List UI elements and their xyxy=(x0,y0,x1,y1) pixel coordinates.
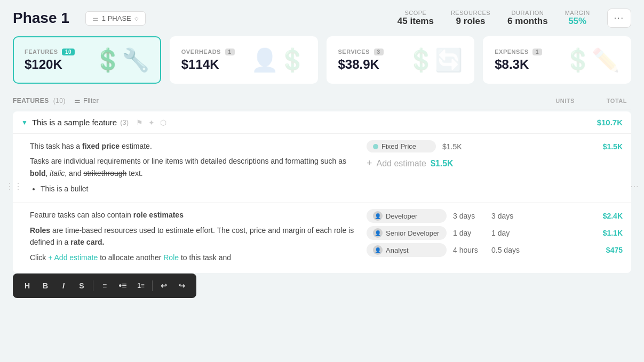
estimate-value-1: $1.5K xyxy=(442,142,469,151)
role-link[interactable]: Role xyxy=(163,253,179,262)
margin-label: MARGIN xyxy=(565,10,590,16)
estimate-total-1: $1.5K xyxy=(591,142,623,151)
developer-avatar: 👤 xyxy=(373,211,383,221)
features-section: FEATURES (10) ⚌ Filter UNITS TOTAL ▼ Thi… xyxy=(0,92,644,273)
role-badge-analyst: 👤 Analyst xyxy=(367,243,447,257)
stats-area: SCOPE 45 items RESOURCES 9 roles DURATIO… xyxy=(397,9,631,28)
features-icon: 💲🔧 xyxy=(94,47,149,73)
card-overheads[interactable]: OVERHEADS 1 $114K 👤💲 xyxy=(170,36,318,84)
more-button[interactable]: ··· xyxy=(607,9,631,28)
card-features-count: 10 xyxy=(62,49,75,55)
card-services[interactable]: SERVICES 3 $38.9K 💲🔄 xyxy=(327,36,475,84)
task-text-2: Feature tasks can also contain role esti… xyxy=(30,209,358,267)
phase-badge[interactable]: ⚌ 1 PHASE ◇ xyxy=(85,11,146,26)
developer-name: Developer xyxy=(386,212,417,220)
card-expenses-amount: $8.3K xyxy=(495,57,542,72)
analyst-cost: $475 xyxy=(591,246,623,254)
expenses-icon: 💲✏️ xyxy=(564,47,619,73)
stat-scope: SCOPE 45 items xyxy=(397,10,434,27)
duration-value: 6 months xyxy=(507,16,548,27)
card-features[interactable]: FEATURES 10 $120K 💲🔧 xyxy=(13,36,161,84)
flag-icon[interactable]: ⚑ xyxy=(136,118,143,127)
developer-output-days: 3 days xyxy=(491,212,523,220)
feature-sub-count: (3) xyxy=(120,118,129,126)
resources-value: 9 roles xyxy=(451,16,490,27)
top-bar: Phase 1 ⚌ 1 PHASE ◇ SCOPE 45 items RESOU… xyxy=(0,0,644,36)
feature-block: ▼ This is a sample feature (3) ⚑ ✦ ⬡ $10… xyxy=(13,111,631,273)
features-title: FEATURES (10) xyxy=(13,97,66,104)
resources-label: RESOURCES xyxy=(451,10,490,16)
badge-dot xyxy=(373,144,378,149)
card-features-label: FEATURES 10 xyxy=(25,49,75,55)
card-services-label: SERVICES 3 xyxy=(338,49,384,55)
card-expenses-label: EXPENSES 1 xyxy=(495,49,542,55)
senior-developer-name: Senior Developer xyxy=(386,229,439,237)
add-estimate-link[interactable]: + Add estimate xyxy=(48,253,98,262)
role-row-developer: 👤 Developer 3 days 3 days $2.4K xyxy=(367,209,623,223)
task-description-1: This task has a fixed price estimate. xyxy=(30,140,358,152)
senior-developer-output-days: 1 day xyxy=(491,229,523,237)
card-overheads-label: OVERHEADS 1 xyxy=(181,49,235,55)
left-handle[interactable]: ⋮⋮ xyxy=(5,181,22,191)
phase-badge-label: 1 PHASE xyxy=(102,14,131,22)
card-overheads-amount: $114K xyxy=(181,57,235,72)
task-body-3: Click + Add estimate to allocate another… xyxy=(30,252,358,263)
role-row-analyst: 👤 Analyst 4 hours 0.5 days $475 xyxy=(367,243,623,257)
features-header: FEATURES (10) ⚌ Filter UNITS TOTAL xyxy=(13,92,631,109)
task-body-1: Tasks are individual requirements or lin… xyxy=(30,155,358,179)
page-title: Phase 1 xyxy=(13,10,69,27)
senior-developer-cost: $1.1K xyxy=(591,229,623,237)
services-icon: 💲🔄 xyxy=(407,47,463,73)
star-icon[interactable]: ✦ xyxy=(148,118,155,127)
feature-actions: ⚑ ✦ ⬡ xyxy=(136,118,166,127)
overheads-icon: 👤💲 xyxy=(251,47,306,73)
col-total: TOTAL xyxy=(607,98,627,104)
task-row-2: Feature tasks can also contain role esti… xyxy=(13,203,631,273)
senior-developer-avatar: 👤 xyxy=(373,228,383,238)
scope-label: SCOPE xyxy=(397,10,434,16)
estimate-line-1: Fixed Price $1.5K $1.5K xyxy=(367,140,623,152)
analyst-name: Analyst xyxy=(386,246,409,254)
stat-duration: DURATION 6 months xyxy=(507,10,548,27)
task-estimates-2: 👤 Developer 3 days 3 days $2.4K 👤 Senior… xyxy=(367,209,623,267)
tag-icon[interactable]: ⬡ xyxy=(160,118,166,127)
feature-name: This is a sample feature xyxy=(32,118,117,127)
role-badge-developer: 👤 Developer xyxy=(367,209,447,223)
analyst-input-days: 4 hours xyxy=(453,246,485,254)
features-count: (10) xyxy=(53,97,66,104)
task-row-1: This task has a fixed price estimate. Ta… xyxy=(13,134,631,203)
task-estimates-1: Fixed Price $1.5K $1.5K + Add estimate $… xyxy=(367,140,623,170)
filter-icon: ⚌ xyxy=(74,96,81,104)
bullet-item: This is a bullet xyxy=(41,182,358,196)
task-text-1: This task has a fixed price estimate. Ta… xyxy=(30,140,358,196)
margin-value: 55% xyxy=(565,16,590,27)
scope-value: 45 items xyxy=(397,16,434,27)
analyst-avatar: 👤 xyxy=(373,245,383,255)
filter-button[interactable]: ⚌ Filter xyxy=(74,96,99,104)
stat-margin: MARGIN 55% xyxy=(565,10,590,27)
col-units: UNITS xyxy=(555,98,575,104)
role-row-senior-developer: 👤 Senior Developer 1 day 1 day $1.1K xyxy=(367,226,623,240)
card-services-count: 3 xyxy=(374,49,384,55)
plus-icon: + xyxy=(367,158,372,169)
phase-icon: ⚌ xyxy=(92,14,99,22)
add-estimate-button[interactable]: + Add estimate $1.5K xyxy=(367,157,454,170)
right-handle[interactable]: ⋯ xyxy=(630,181,639,191)
duration-label: DURATION xyxy=(507,10,548,16)
cards-row: FEATURES 10 $120K 💲🔧 OVERHEADS 1 $114K 👤… xyxy=(0,36,644,92)
card-services-amount: $38.9K xyxy=(338,57,384,72)
bullet-list: This is a bullet xyxy=(41,182,358,196)
task-body-2: Roles are time-based resources used to e… xyxy=(30,224,358,248)
developer-input-days: 3 days xyxy=(453,212,485,220)
task-content-row-1: This task has a fixed price estimate. Ta… xyxy=(30,140,623,196)
add-total: $1.5K xyxy=(431,159,454,168)
card-features-amount: $120K xyxy=(25,57,75,72)
card-expenses[interactable]: EXPENSES 1 $8.3K 💲✏️ xyxy=(483,36,631,84)
senior-developer-input-days: 1 day xyxy=(453,229,485,237)
collapse-icon[interactable]: ▼ xyxy=(21,119,28,126)
card-overheads-count: 1 xyxy=(225,49,235,55)
card-expenses-count: 1 xyxy=(532,49,542,55)
stat-resources: RESOURCES 9 roles xyxy=(451,10,490,27)
estimate-badge-fixed: Fixed Price xyxy=(367,140,436,152)
feature-total: $10.7K xyxy=(597,118,623,127)
